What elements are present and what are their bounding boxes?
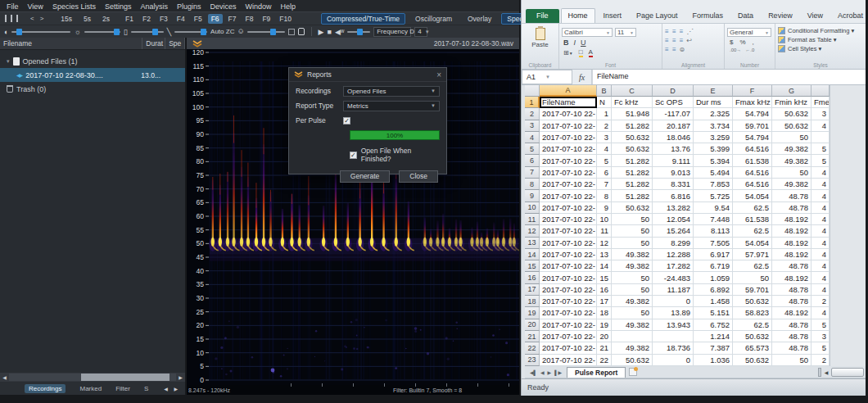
panel-tab-scroll-icons[interactable]: ◀ ▶ xyxy=(164,386,180,392)
grid-cell[interactable]: 13.943 xyxy=(653,319,694,331)
grid-cell[interactable]: 49.382 xyxy=(772,143,811,155)
grid-cell[interactable]: 62.5 xyxy=(733,202,772,214)
grid-cell[interactable]: 50.632 xyxy=(733,355,772,366)
grid-cell[interactable]: 49.382 xyxy=(612,342,653,354)
column-header-A[interactable]: A xyxy=(540,85,597,97)
grid-cell[interactable]: 2017-07-10 22- xyxy=(540,296,597,307)
grid-cell[interactable]: 6 xyxy=(597,167,612,179)
ribbon-tab-review[interactable]: Review xyxy=(762,9,799,23)
grid-cell[interactable]: 4 xyxy=(811,225,830,237)
menu-file[interactable]: File xyxy=(7,2,19,11)
row-header-13[interactable]: 13 xyxy=(525,238,540,249)
column-header-F[interactable]: F xyxy=(733,85,772,97)
slope-slider[interactable] xyxy=(174,31,207,33)
grid-cell[interactable]: 48.78 xyxy=(772,284,811,296)
column-header-G[interactable]: G xyxy=(772,85,811,97)
grid-cell[interactable]: 50 xyxy=(612,272,653,283)
menu-devices[interactable]: Devices xyxy=(210,2,236,11)
grid-cell[interactable]: 2017-07-10 22- xyxy=(540,108,597,120)
grid-cell[interactable]: 3.734 xyxy=(694,120,733,132)
fkey-button-f2[interactable]: F2 xyxy=(139,14,154,24)
grid-cell[interactable]: 7.505 xyxy=(694,238,733,249)
font-style-i[interactable]: I xyxy=(574,38,576,47)
grid-cell[interactable]: 59.701 xyxy=(733,120,772,132)
grid-cell[interactable]: 10 xyxy=(597,214,612,225)
grid-cell[interactable]: 19 xyxy=(597,319,612,331)
grid-cell[interactable]: 15.264 xyxy=(653,225,694,237)
grid-cell[interactable]: 50.632 xyxy=(733,331,772,342)
grid-cell[interactable]: 7 xyxy=(597,179,612,190)
grid-cell[interactable]: 2.325 xyxy=(694,108,733,120)
ribbon-tab-home[interactable]: Home xyxy=(561,8,595,23)
row-header-15[interactable]: 15 xyxy=(525,260,540,272)
grid-cell[interactable]: 5.151 xyxy=(694,307,733,319)
time-button-15s[interactable]: 15s xyxy=(57,14,75,24)
recordings-dropdown[interactable]: Opened Files ▼ xyxy=(343,86,440,97)
fkey-button-f1[interactable]: F1 xyxy=(122,14,137,24)
time-button-2s[interactable]: 2s xyxy=(99,14,113,24)
grid-cell[interactable]: 2017-07-10 22- xyxy=(540,132,597,143)
grid-cell[interactable]: 48.78 xyxy=(772,342,811,354)
grid-cell[interactable]: 48.192 xyxy=(772,307,811,319)
grid-cell[interactable]: 0 xyxy=(653,296,694,307)
grid-cell[interactable]: 50.632 xyxy=(772,108,811,120)
view-button-compressed-true-time[interactable]: Compressed/True-Time xyxy=(321,13,405,25)
grid-cell[interactable]: 21 xyxy=(597,342,612,354)
row-header-5[interactable]: 5 xyxy=(525,143,540,155)
grid-cell[interactable]: 4 xyxy=(811,179,830,190)
grid-cell[interactable]: Fme xyxy=(811,97,830,108)
grid-cell[interactable]: 50.632 xyxy=(612,132,653,143)
grid-cell[interactable]: Fmin kHz xyxy=(772,97,811,108)
first-sheet-icon[interactable]: ◀▌ xyxy=(530,369,537,375)
grid-cell[interactable]: 11 xyxy=(597,225,612,237)
grid-cell[interactable]: 2017-07-10 22- xyxy=(540,260,597,272)
grid-cell[interactable]: 54.054 xyxy=(733,190,772,202)
grid-cell[interactable]: 2017-07-10 22- xyxy=(540,307,597,319)
borders-icon[interactable]: ⊞▼ xyxy=(563,49,573,57)
grid-cell[interactable]: 51.282 xyxy=(612,155,653,166)
grid-cell[interactable]: 1.059 xyxy=(694,272,733,283)
grid-cell[interactable] xyxy=(612,331,653,342)
grid-cell[interactable]: 49.382 xyxy=(612,296,653,307)
menu-view[interactable]: View xyxy=(28,2,43,11)
grid-cell[interactable]: 50 xyxy=(733,272,772,283)
grid-cell[interactable]: 17 xyxy=(597,296,612,307)
grid-cell[interactable]: 2017-07-10 22- xyxy=(540,225,597,237)
grid-cell[interactable]: 2017-07-10 22- xyxy=(540,202,597,214)
grid-cell[interactable]: -117.07 xyxy=(653,108,694,120)
formula-input[interactable]: FileName xyxy=(592,70,866,84)
frequency-div-dropdown[interactable]: Frequency Div ▼ xyxy=(373,27,411,37)
menu-settings[interactable]: Settings xyxy=(105,2,132,11)
row-header-3[interactable]: 3 xyxy=(525,120,540,132)
grid-cell[interactable]: 54.054 xyxy=(733,238,772,249)
grid-cell[interactable]: 7.387 xyxy=(694,342,733,354)
grid-cell[interactable]: 48.192 xyxy=(772,225,811,237)
grid-cell[interactable]: 54.794 xyxy=(733,132,772,143)
align-top-icons[interactable]: ≡ ≡ ≡ xyxy=(665,28,684,35)
grid-cell[interactable]: 61.538 xyxy=(733,214,772,225)
percent-icon[interactable]: % xyxy=(739,38,745,46)
scrollbar-thumb[interactable] xyxy=(81,374,170,381)
tree-item-opened-files[interactable]: ▾ Opened Files (1) xyxy=(0,54,185,68)
grid-cell[interactable]: 51.282 xyxy=(612,167,653,179)
indent-icons[interactable]: ≡ ≡ xyxy=(665,46,677,53)
fkey-button-f3[interactable]: F3 xyxy=(156,14,171,24)
grid-cell[interactable]: 65.573 xyxy=(733,342,772,354)
grid-cell[interactable]: 7.853 xyxy=(694,179,733,190)
next-sheet-icon[interactable]: ▶ xyxy=(548,369,552,375)
grid-cell[interactable]: 20 xyxy=(597,331,612,342)
paste-label[interactable]: Paste xyxy=(524,41,556,48)
menu-analysis[interactable]: Analysis xyxy=(140,2,168,11)
row-header-22[interactable]: 22 xyxy=(525,342,540,354)
row-header-6[interactable]: 6 xyxy=(525,155,540,166)
toolbar-checkbox[interactable] xyxy=(288,29,295,35)
grid-cell[interactable]: 50 xyxy=(772,132,811,143)
paste-icon[interactable] xyxy=(536,28,545,40)
grid-cell[interactable]: 62.5 xyxy=(733,225,772,237)
grid-cell[interactable]: 18 xyxy=(597,307,612,319)
grid-cell[interactable]: 18.736 xyxy=(653,342,694,354)
grid-cell[interactable]: 49.382 xyxy=(612,260,653,272)
grid-cell[interactable]: Dur ms xyxy=(694,97,733,108)
grid-cell[interactable]: 4 xyxy=(811,272,830,283)
grid-cell[interactable]: N xyxy=(597,97,612,108)
